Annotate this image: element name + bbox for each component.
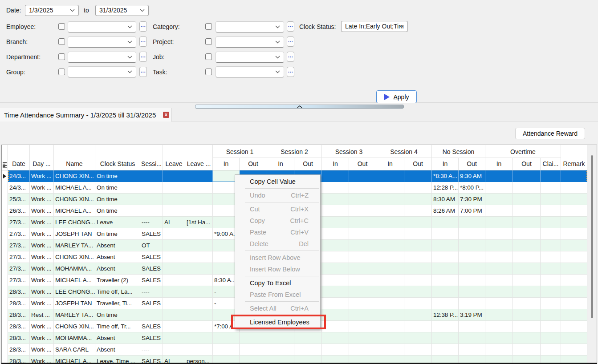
table-cell[interactable]: 28/3... bbox=[8, 321, 30, 332]
table-cell[interactable] bbox=[459, 251, 485, 263]
table-cell[interactable] bbox=[349, 240, 376, 251]
table-cell[interactable] bbox=[376, 170, 404, 182]
table-cell[interactable]: SALES bbox=[140, 275, 163, 286]
table-cell[interactable]: 28/3... bbox=[8, 286, 30, 298]
table-cell[interactable] bbox=[561, 321, 587, 332]
filter-browse-button-job[interactable]: ... bbox=[287, 52, 294, 62]
table-cell[interactable] bbox=[349, 332, 376, 344]
table-cell[interactable] bbox=[322, 251, 349, 263]
table-cell[interactable]: 24/3... bbox=[8, 182, 30, 194]
table-cell[interactable]: 7:00 PM bbox=[459, 205, 485, 217]
table-cell[interactable]: SALES bbox=[140, 228, 163, 240]
table-cell[interactable]: ---- bbox=[140, 217, 163, 228]
filter-checkbox-job[interactable] bbox=[205, 53, 212, 60]
table-cell[interactable] bbox=[404, 170, 432, 182]
table-cell[interactable] bbox=[432, 217, 459, 228]
table-cell[interactable]: 9:30 AM bbox=[459, 170, 485, 182]
table-cell[interactable]: On time bbox=[95, 194, 140, 205]
table-cell[interactable] bbox=[322, 309, 349, 321]
table-cell[interactable] bbox=[404, 263, 432, 275]
table-cell[interactable] bbox=[404, 286, 432, 298]
table-cell[interactable]: LEE CHONG... bbox=[54, 217, 95, 228]
filter-checkbox-group[interactable] bbox=[58, 69, 65, 75]
table-cell[interactable]: MICHAEL A... bbox=[54, 275, 95, 286]
column-header-leave[interactable]: Leave bbox=[163, 145, 185, 170]
table-cell[interactable]: Work ... bbox=[30, 217, 54, 228]
table-cell[interactable] bbox=[376, 309, 404, 321]
table-cell[interactable]: On time bbox=[95, 170, 140, 182]
table-cell[interactable] bbox=[376, 217, 404, 228]
table-cell[interactable] bbox=[513, 344, 541, 356]
table-cell[interactable] bbox=[485, 309, 513, 321]
table-cell[interactable] bbox=[404, 228, 432, 240]
table-cell[interactable] bbox=[485, 205, 513, 217]
table-cell[interactable]: 28/3... bbox=[8, 298, 30, 309]
table-cell[interactable] bbox=[376, 275, 404, 286]
table-cell[interactable]: MARLEY TA... bbox=[54, 240, 95, 251]
table-cell[interactable]: 26/3... bbox=[8, 205, 30, 217]
table-cell[interactable] bbox=[376, 344, 404, 356]
table-cell[interactable] bbox=[541, 286, 561, 298]
table-cell[interactable] bbox=[485, 298, 513, 309]
table-cell[interactable]: Time off, La... bbox=[95, 286, 140, 298]
table-cell[interactable] bbox=[322, 240, 349, 251]
table-cell[interactable] bbox=[185, 205, 213, 217]
table-cell[interactable] bbox=[541, 170, 561, 182]
table-cell[interactable]: CHONG XIN... bbox=[54, 321, 95, 332]
table-cell[interactable] bbox=[541, 275, 561, 286]
table-cell[interactable] bbox=[140, 194, 163, 205]
table-cell[interactable] bbox=[185, 170, 213, 182]
table-cell[interactable]: 28/3... bbox=[8, 344, 30, 356]
table-cell[interactable] bbox=[541, 240, 561, 251]
table-cell[interactable] bbox=[349, 286, 376, 298]
table-cell[interactable] bbox=[459, 240, 485, 251]
table-cell[interactable]: 8:26 AM bbox=[432, 205, 459, 217]
row-indicator-cell[interactable] bbox=[2, 205, 8, 217]
filter-browse-button-project[interactable]: ... bbox=[287, 36, 294, 47]
table-cell[interactable] bbox=[294, 344, 322, 356]
table-cell[interactable]: 27/3... bbox=[8, 228, 30, 240]
table-cell[interactable] bbox=[294, 332, 322, 344]
table-cell[interactable]: 28/3... bbox=[8, 332, 30, 344]
table-cell[interactable] bbox=[163, 298, 185, 309]
table-cell[interactable] bbox=[404, 298, 432, 309]
table-cell[interactable] bbox=[163, 275, 185, 286]
column-header-in[interactable]: In bbox=[432, 158, 459, 170]
table-cell[interactable] bbox=[459, 298, 485, 309]
filter-combobox-employee[interactable] bbox=[68, 21, 136, 32]
table-cell[interactable] bbox=[163, 228, 185, 240]
table-cell[interactable] bbox=[349, 170, 376, 182]
table-cell[interactable] bbox=[163, 309, 185, 321]
table-cell[interactable] bbox=[349, 275, 376, 286]
row-indicator-cell[interactable] bbox=[2, 344, 8, 356]
table-cell[interactable] bbox=[376, 182, 404, 194]
column-header-in[interactable]: In bbox=[485, 158, 513, 170]
table-cell[interactable]: Absent bbox=[95, 332, 140, 344]
table-cell[interactable] bbox=[163, 170, 185, 182]
table-cell[interactable] bbox=[376, 251, 404, 263]
table-cell[interactable] bbox=[163, 205, 185, 217]
table-cell[interactable] bbox=[163, 286, 185, 298]
table-cell[interactable]: Traveller, Ti... bbox=[95, 298, 140, 309]
table-cell[interactable]: MOHAMMA... bbox=[54, 263, 95, 275]
table-cell[interactable] bbox=[513, 309, 541, 321]
table-cell[interactable] bbox=[485, 194, 513, 205]
table-cell[interactable]: Work ... bbox=[30, 344, 54, 356]
filter-browse-button-employee[interactable]: ... bbox=[139, 21, 147, 32]
table-cell[interactable]: Leave bbox=[95, 217, 140, 228]
table-cell[interactable]: Absent bbox=[95, 263, 140, 275]
filter-checkbox-category[interactable] bbox=[205, 23, 212, 30]
table-cell[interactable] bbox=[561, 217, 587, 228]
table-cell[interactable]: 8:30 AM bbox=[432, 194, 459, 205]
table-cell[interactable] bbox=[349, 251, 376, 263]
table-cell[interactable] bbox=[376, 332, 404, 344]
table-cell[interactable]: 27/3... bbox=[8, 263, 30, 275]
table-cell[interactable] bbox=[459, 228, 485, 240]
table-cell[interactable] bbox=[561, 205, 587, 217]
table-cell[interactable] bbox=[432, 286, 459, 298]
table-cell[interactable]: On time bbox=[95, 205, 140, 217]
row-indicator-cell[interactable] bbox=[2, 263, 8, 275]
table-cell[interactable] bbox=[140, 205, 163, 217]
table-cell[interactable] bbox=[541, 344, 561, 356]
table-cell[interactable]: Work ... bbox=[30, 263, 54, 275]
